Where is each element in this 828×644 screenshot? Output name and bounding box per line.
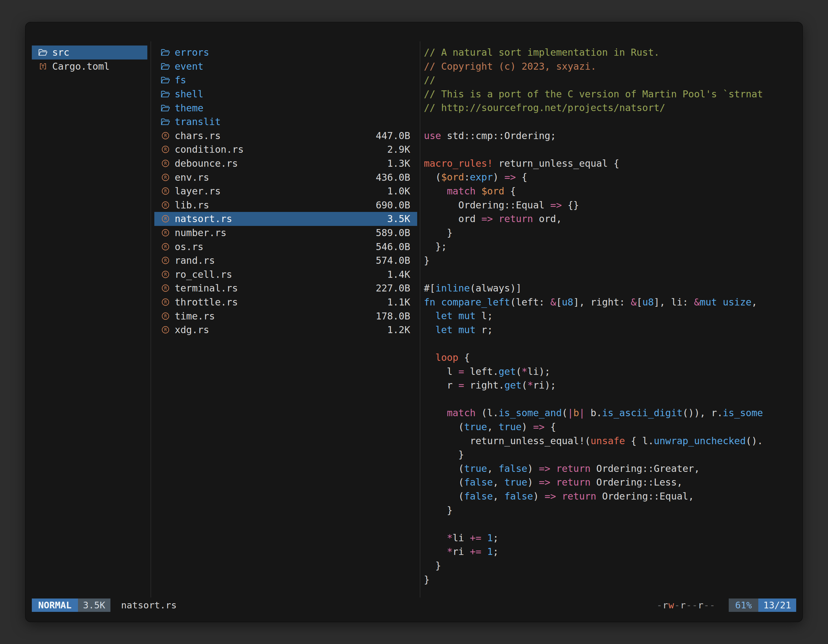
code-line: (true, true) => { — [424, 420, 799, 434]
file-row-src[interactable]: src — [32, 45, 147, 60]
file-row-terminal.rs[interactable]: Rterminal.rs227.0B — [154, 281, 417, 295]
file-name: fs — [175, 74, 186, 86]
svg-text:R: R — [164, 327, 167, 332]
rust-file-icon: R — [161, 201, 175, 209]
file-permissions: -rw-r--r-- — [657, 600, 716, 611]
file-row-condition.rs[interactable]: Rcondition.rs2.9K — [154, 143, 417, 157]
file-row-xdg.rs[interactable]: Rxdg.rs1.2K — [154, 323, 417, 337]
pane-divider-left — [151, 41, 151, 597]
file-row-env.rs[interactable]: Renv.rs436.0B — [154, 170, 417, 184]
file-name: Cargo.toml — [52, 61, 110, 72]
file-manager-window: srcCargo.toml errorseventfsshellthemetra… — [25, 22, 803, 622]
status-bar: NORMAL 3.5K natsort.rs -rw-r--r-- 61% 13… — [32, 599, 796, 612]
code-line: // — [424, 73, 799, 87]
file-size: 546.0B — [376, 241, 410, 252]
file-size: 227.0B — [376, 282, 410, 294]
code-line: } — [424, 573, 799, 587]
file-size: 690.0B — [376, 199, 410, 211]
svg-text:R: R — [164, 175, 167, 180]
file-row-number.rs[interactable]: Rnumber.rs589.0B — [154, 226, 417, 240]
code-line: return_unless_equal!(unsafe { l.unwrap_u… — [424, 434, 799, 448]
current-pane: errorseventfsshellthemetranslitRchars.rs… — [154, 45, 417, 337]
code-line: } — [424, 448, 799, 462]
file-row-throttle.rs[interactable]: Rthrottle.rs1.1K — [154, 295, 417, 309]
svg-text:R: R — [164, 216, 167, 221]
file-row-natsort.rs[interactable]: Rnatsort.rs3.5K — [154, 212, 417, 226]
file-row-debounce.rs[interactable]: Rdebounce.rs1.3K — [154, 157, 417, 171]
code-line — [424, 268, 799, 282]
code-line: macro_rules! return_unless_equal { — [424, 157, 799, 171]
file-name: throttle.rs — [175, 296, 238, 308]
code-line — [424, 517, 799, 531]
file-name: number.rs — [175, 227, 227, 238]
file-name: layer.rs — [175, 185, 221, 197]
svg-text:R: R — [164, 286, 167, 291]
file-row-time.rs[interactable]: Rtime.rs178.0B — [154, 309, 417, 323]
rust-file-icon: R — [161, 187, 175, 195]
code-line: // This is a port of the C version of Ma… — [424, 87, 799, 101]
file-row-fs[interactable]: fs — [154, 73, 417, 87]
file-name: time.rs — [175, 310, 215, 322]
rust-file-icon: R — [161, 132, 175, 140]
file-row-layer.rs[interactable]: Rlayer.rs1.0K — [154, 184, 417, 198]
file-row-chars.rs[interactable]: Rchars.rs447.0B — [154, 129, 417, 143]
code-line: r = right.get(*ri); — [424, 378, 799, 392]
code-line: ($ord:expr) => { — [424, 170, 799, 184]
file-name: theme — [175, 102, 203, 114]
file-name: shell — [175, 88, 203, 100]
svg-text:R: R — [164, 258, 167, 263]
file-name: rand.rs — [175, 255, 215, 266]
file-size-badge: 3.5K — [78, 599, 110, 612]
file-row-translit[interactable]: translit — [154, 115, 417, 129]
file-row-event[interactable]: event — [154, 60, 417, 74]
code-line: *li += 1; — [424, 531, 799, 545]
file-name: os.rs — [175, 241, 203, 252]
pane-divider-right — [420, 41, 420, 597]
code-line: } — [424, 226, 799, 240]
svg-text:R: R — [164, 313, 167, 318]
file-name: natsort.rs — [175, 213, 232, 224]
rust-file-icon: R — [161, 284, 175, 292]
code-line — [424, 143, 799, 157]
code-line: (false, true) => return Ordering::Less, — [424, 475, 799, 489]
file-size: 436.0B — [376, 172, 410, 183]
folder-icon — [38, 48, 52, 56]
rust-file-icon: R — [161, 298, 175, 306]
folder-icon — [161, 118, 175, 126]
code-line — [424, 392, 799, 406]
rust-file-icon: R — [161, 270, 175, 279]
svg-text:R: R — [164, 161, 167, 166]
rust-file-icon: R — [161, 159, 175, 168]
file-row-errors[interactable]: errors — [154, 45, 417, 60]
svg-text:R: R — [164, 299, 167, 304]
file-size: 1.2K — [387, 324, 410, 335]
file-size: 1.4K — [387, 269, 410, 280]
rust-file-icon: R — [161, 145, 175, 154]
file-name: env.rs — [175, 172, 209, 183]
file-row-shell[interactable]: shell — [154, 87, 417, 101]
svg-text:R: R — [164, 147, 167, 152]
file-size: 1.3K — [387, 158, 410, 169]
rust-file-icon: R — [161, 256, 175, 265]
file-row-os.rs[interactable]: Ros.rs546.0B — [154, 240, 417, 254]
status-left: NORMAL 3.5K natsort.rs — [32, 599, 177, 612]
code-line — [424, 337, 799, 351]
code-line: use std::cmp::Ordering; — [424, 129, 799, 143]
file-row-lib.rs[interactable]: Rlib.rs690.0B — [154, 198, 417, 212]
svg-text:R: R — [164, 244, 167, 249]
toml-file-icon — [38, 62, 52, 71]
file-row-rand.rs[interactable]: Rrand.rs574.0B — [154, 254, 417, 268]
rust-file-icon: R — [161, 215, 175, 223]
file-size: 2.9K — [387, 144, 410, 155]
status-right: -rw-r--r-- 61% 13/21 — [657, 599, 796, 612]
file-row-ro_cell.rs[interactable]: Rro_cell.rs1.4K — [154, 268, 417, 282]
file-row-Cargo.toml[interactable]: Cargo.toml — [32, 60, 147, 74]
file-size: 447.0B — [376, 130, 410, 141]
code-line: } — [424, 254, 799, 268]
code-line: }; — [424, 240, 799, 254]
file-row-theme[interactable]: theme — [154, 101, 417, 115]
rust-file-icon: R — [161, 229, 175, 237]
code-line: // Copyright (c) 2023, sxyazi. — [424, 60, 799, 74]
folder-icon — [161, 104, 175, 112]
code-line: *ri += 1; — [424, 545, 799, 559]
